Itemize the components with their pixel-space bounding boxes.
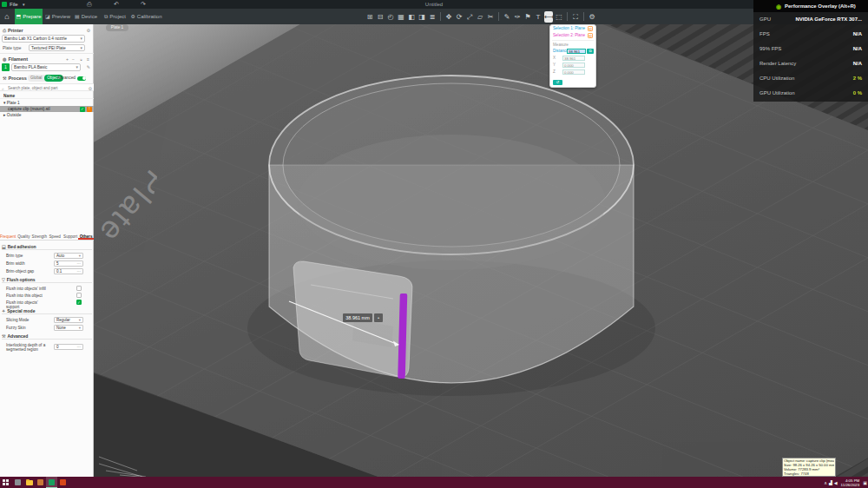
tab-speed[interactable]: Speed [47,233,62,240]
reset-selection-1-icon[interactable]: ⟲ [588,26,593,31]
perf-row-gpu-util: GPU Utilization0 % [753,86,868,101]
copy-distance-icon[interactable]: ⧉ [587,49,594,54]
network-icon[interactable]: ▟ [829,480,832,485]
collapsed-icon[interactable]: ▸ [3,113,5,117]
search-settings-icon[interactable]: ⚙ [89,86,92,91]
toolbar-settings-icon[interactable]: ⚙ [588,11,596,23]
search-bar: ⌕ ⚙ [0,83,94,91]
flush-this-object-checkbox[interactable] [76,293,82,298]
tree-outside-row[interactable]: ▸ Outside [0,112,94,118]
slicing-mode-select[interactable]: Regular▾ [54,317,83,323]
color-paint-icon[interactable]: ✎ [503,11,511,23]
tab-preview[interactable]: ◪Preview [45,9,69,24]
setting-row-brim-type: Brim type Auto▾ [0,252,94,260]
measure-tool-icon[interactable]: ⟷ [544,11,553,23]
filament-select[interactable]: Bambu PLA Basic▾ [11,63,81,71]
printer-settings-icon[interactable]: ⚙ [87,28,90,33]
x-distance-value[interactable]: 38.961 [562,56,585,61]
tab-frequent[interactable]: Frequent [0,233,16,240]
start-button[interactable] [3,479,9,485]
tab-calibration[interactable]: ⚙Calibration [130,9,162,24]
tab-label: Calibration [137,14,162,19]
advanced-toggle[interactable] [77,76,86,81]
split-objects-icon[interactable]: ◧ [407,11,416,23]
perf-value: NVIDIA GeForce RTX 307... [796,16,862,22]
fullscreen-icon[interactable]: ⛶ [571,11,580,23]
group-header-label: Flush options [7,277,36,282]
distance-value[interactable]: 38.961 mm [567,49,586,54]
brim-type-select[interactable]: Auto▾ [54,253,83,259]
measure-restart-button[interactable]: ↺ [553,80,562,85]
tree-object-row[interactable]: capture clip (mount).stl ✓ ! [0,106,94,112]
add-filament-icon[interactable]: + [66,56,69,62]
split-parts-icon[interactable]: ◨ [418,11,426,23]
arrange-icon[interactable]: ▦ [397,11,405,23]
bambu-studio-taskbar-icon[interactable] [46,477,57,488]
remove-filament-icon[interactable]: − [72,56,75,62]
search-input[interactable] [8,85,81,91]
edit-filament-icon[interactable]: ✎ [87,64,90,69]
taskbar-app-1[interactable] [12,477,23,488]
window-title: Untitled [0,0,868,9]
tab-quality[interactable]: Quality [16,233,31,240]
filament-slot-chip[interactable]: 1 [2,63,10,71]
flush-support-checkbox[interactable]: ✓ [76,300,82,305]
auto-orient-icon[interactable]: ◴ [386,11,395,23]
tab-support[interactable]: Support [62,233,78,240]
speaker-icon[interactable]: ◀ [834,480,838,485]
move-icon[interactable]: ✥ [444,11,453,23]
home-icon[interactable]: ⌂ [0,9,14,24]
tab-strength[interactable]: Strength [31,233,47,240]
spinner-icon[interactable]: ⋯ [77,269,82,274]
fuzzy-skin-select[interactable]: None▾ [54,325,83,331]
flush-infill-checkbox[interactable] [76,286,82,291]
reset-selection-2-icon[interactable]: ⟲ [588,33,593,38]
assembly-view-icon[interactable]: ⬚ [555,11,563,23]
file-explorer-icon[interactable] [23,477,35,488]
viewport-3d[interactable]: Textured PEI Plate [94,24,868,477]
add-text-icon[interactable]: T [534,11,542,23]
tab-prepare[interactable]: ⬒Prepare [15,9,43,24]
seam-paint-icon[interactable]: ⚑ [523,11,532,23]
plate-type-label: Plate type [3,46,21,50]
filament-icon: ◍ [3,56,6,62]
taskbar-app-2[interactable] [35,477,46,488]
scale-icon[interactable]: ⤢ [465,11,474,23]
tab-others[interactable]: Others [78,233,94,240]
support-paint-icon[interactable]: ✑ [513,11,522,23]
measure-label-icon[interactable]: • [374,313,383,322]
spinner-icon[interactable]: ⋯ [77,261,82,267]
plate-name-tag[interactable]: Plate 1 [106,24,128,31]
brim-width-input[interactable]: 5⋯ [54,260,83,267]
interlocking-input[interactable]: 0⋯ [54,344,83,350]
advanced-header: ⚒Advanced [2,333,92,340]
viewport-canvas[interactable]: Textured PEI Plate [94,24,868,477]
perf-row-cpu: CPU Utilization2 % [753,71,868,86]
filament-menu-icon[interactable]: ≡ [87,56,89,62]
add-plate-icon[interactable]: ⊟ [376,11,385,23]
rotate-icon[interactable]: ⟳ [455,11,464,23]
plate-type-select[interactable]: Textured PEI Plate▾ [29,44,85,51]
brim-gap-input[interactable]: 0.1⋯ [54,268,83,274]
y-distance-value[interactable]: 0.000 [562,63,585,68]
printer-select[interactable]: Bambu Lab X1 Carbon 0.4 nozzle▾ [2,35,85,43]
z-distance-value[interactable]: 0.000 [562,69,585,75]
notification-center-icon[interactable]: ▣ [863,480,867,485]
taskbar-app-3[interactable] [57,477,69,488]
expand-icon[interactable]: ▾ [3,101,5,105]
chevron-down-icon: ▾ [79,318,81,323]
spinner-icon[interactable]: ⋯ [77,345,82,350]
tree-plate-row[interactable]: ▾ Plate 1 [0,100,94,106]
flush-volumes-icon[interactable]: ◒ [80,56,82,62]
tab-device[interactable]: ▤Device [75,9,97,24]
cut-icon[interactable]: ✂ [486,11,495,23]
add-icon[interactable]: ⊞ [365,11,374,23]
layer-height-icon[interactable]: ≣ [428,11,437,23]
tray-expand-icon[interactable]: ∧ [824,480,827,485]
flatten-icon[interactable]: ▱ [476,11,484,23]
plate-row-label: Plate 1 [7,101,20,105]
left-sidebar: ⎙Printer ⚙ Bambu Lab X1 Carbon 0.4 nozzl… [0,24,94,477]
taskbar-clock[interactable]: 4:05 PM 11/26/2023 [839,478,862,487]
global-toggle-label[interactable]: Global [28,75,44,82]
tab-project[interactable]: ⧉Project [103,9,127,24]
